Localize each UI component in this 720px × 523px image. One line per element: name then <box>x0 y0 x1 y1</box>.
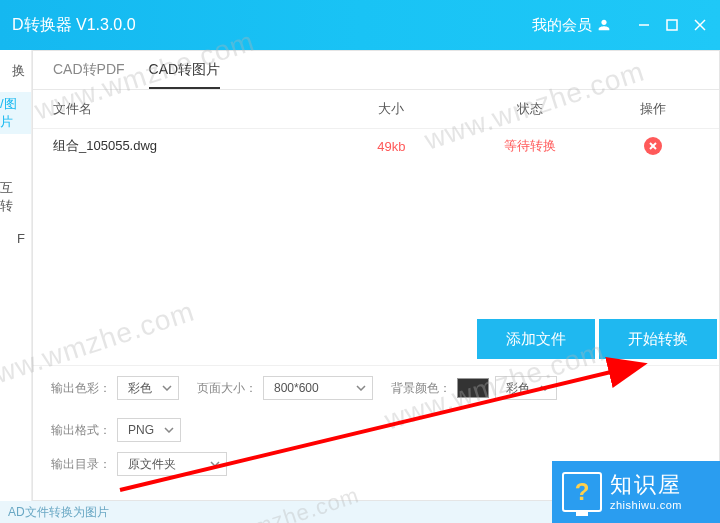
app-title: D转换器 V1.3.0.0 <box>12 15 136 36</box>
titlebar: D转换器 V1.3.0.0 我的会员 <box>0 0 720 50</box>
col-filename: 文件名 <box>53 100 330 118</box>
output-format-select[interactable]: PNG <box>117 418 181 442</box>
maximize-button[interactable] <box>664 17 680 33</box>
tabs: CAD转PDF CAD转图片 <box>33 51 719 90</box>
sidebar-item-4[interactable]: F <box>0 218 31 260</box>
source-badge-icon: ? <box>562 472 602 512</box>
output-color-value: 彩色 <box>128 380 152 397</box>
bg-color-select[interactable]: 彩色 <box>495 376 557 400</box>
sidebar: 换 /图片 互转 F <box>0 50 32 501</box>
page-size-select[interactable]: 800*600 <box>263 376 373 400</box>
output-format-label: 输出格式： <box>51 422 111 439</box>
source-badge-cn: 知识屋 <box>610 472 682 498</box>
col-operate: 操作 <box>607 100 699 118</box>
col-status: 状态 <box>453 100 607 118</box>
close-icon <box>648 141 658 151</box>
sidebar-item-2[interactable] <box>0 134 31 176</box>
close-button[interactable] <box>692 17 708 33</box>
output-dir-select[interactable]: 原文件夹 <box>117 452 227 476</box>
output-format-value: PNG <box>128 423 154 437</box>
source-badge: ? 知识屋 zhishiwu.com <box>552 461 720 523</box>
cell-filename: 组合_105055.dwg <box>53 137 330 155</box>
col-size: 大小 <box>330 100 453 118</box>
bg-color-value: 彩色 <box>506 380 530 397</box>
chevron-down-icon <box>162 385 172 391</box>
chevron-down-icon <box>356 385 366 391</box>
add-file-button[interactable]: 添加文件 <box>477 319 595 359</box>
output-dir-label: 输出目录： <box>51 456 111 473</box>
tab-cad-to-image[interactable]: CAD转图片 <box>149 61 221 89</box>
sidebar-item-0[interactable]: 换 <box>0 50 31 92</box>
chevron-down-icon <box>164 427 174 433</box>
sidebar-item-3[interactable]: 互转 <box>0 176 31 218</box>
page-size-value: 800*600 <box>274 381 319 395</box>
bg-color-label: 背景颜色： <box>391 380 451 397</box>
cell-size: 49kb <box>330 139 453 154</box>
table-row: 组合_105055.dwg 49kb 等待转换 <box>33 129 719 163</box>
member-link[interactable]: 我的会员 <box>532 16 612 35</box>
chevron-down-icon <box>210 461 220 467</box>
svg-rect-1 <box>667 20 677 30</box>
page-size-label: 页面大小： <box>197 380 257 397</box>
bg-color-swatch[interactable] <box>457 378 489 398</box>
status-text: AD文件转换为图片 <box>8 504 109 521</box>
table-header: 文件名 大小 状态 操作 <box>33 90 719 129</box>
minimize-button[interactable] <box>636 17 652 33</box>
member-label: 我的会员 <box>532 16 592 35</box>
start-convert-button[interactable]: 开始转换 <box>599 319 717 359</box>
output-color-label: 输出色彩： <box>51 380 111 397</box>
output-dir-value: 原文件夹 <box>128 456 176 473</box>
source-badge-en: zhishiwu.com <box>610 499 682 512</box>
chevron-down-icon <box>540 385 550 391</box>
tab-cad-to-pdf[interactable]: CAD转PDF <box>53 61 125 89</box>
member-icon <box>596 17 612 33</box>
output-color-select[interactable]: 彩色 <box>117 376 179 400</box>
action-row: 添加文件 开始转换 <box>33 319 719 365</box>
sidebar-item-1[interactable]: /图片 <box>0 92 31 134</box>
cell-status: 等待转换 <box>453 137 607 155</box>
delete-row-button[interactable] <box>644 137 662 155</box>
main-panel: CAD转PDF CAD转图片 文件名 大小 状态 操作 组合_105055.dw… <box>32 50 720 501</box>
